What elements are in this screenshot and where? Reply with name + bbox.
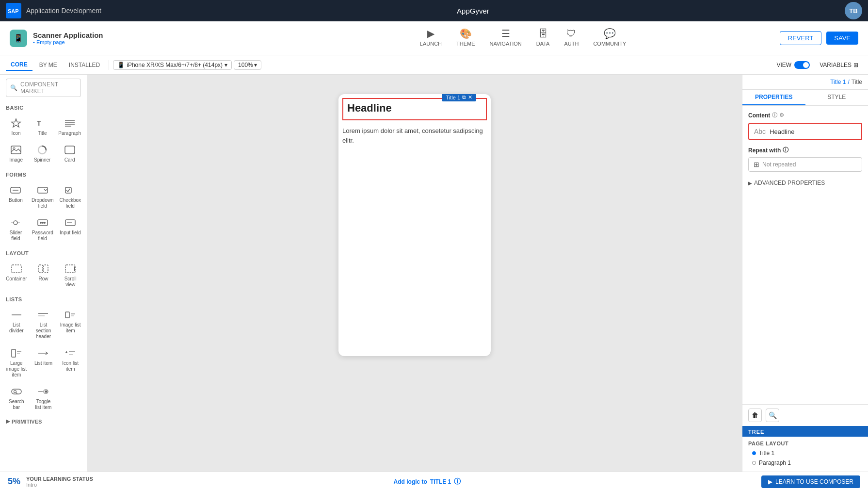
panel-content: Content ⓘ ⚙ Abc Headline Repeat with ⓘ ⊞… bbox=[742, 106, 868, 404]
content-settings-icon[interactable]: ⚙ bbox=[779, 112, 784, 118]
primitives-section[interactable]: ▶ PRIMITIVES bbox=[0, 415, 87, 427]
data-button[interactable]: 🗄 DATA bbox=[536, 28, 550, 47]
tab-style[interactable]: STYLE bbox=[805, 90, 868, 105]
tree-dot-title1 bbox=[752, 451, 756, 455]
component-container[interactable]: Container bbox=[4, 260, 29, 291]
revert-button[interactable]: REVERT bbox=[780, 31, 822, 45]
icon-list-label: Icon list item bbox=[60, 360, 81, 372]
component-icon-list[interactable]: Icon list item bbox=[58, 344, 83, 381]
navigation-button[interactable]: ☰ NAVIGATION bbox=[490, 28, 522, 47]
breadcrumb-separator: / bbox=[848, 79, 849, 85]
content-value-box[interactable]: Abc Headline bbox=[748, 123, 862, 140]
auth-button[interactable]: 🛡 AUTH bbox=[564, 28, 579, 47]
image-list-label: Image list item bbox=[60, 322, 81, 334]
component-title[interactable]: T Title bbox=[30, 115, 54, 139]
title-badge-label: Title 1 bbox=[446, 95, 460, 100]
list-item-icon bbox=[38, 347, 48, 359]
repeat-info-icon[interactable]: ⓘ bbox=[783, 146, 788, 154]
tab-core[interactable]: CORE bbox=[6, 59, 32, 71]
toggle-knob bbox=[803, 62, 809, 68]
component-input[interactable]: Input field bbox=[58, 214, 83, 245]
component-card[interactable]: Card bbox=[56, 141, 83, 166]
title-component-selected[interactable]: Title 1 ⧉ ✕ Headline bbox=[342, 98, 487, 120]
top-nav: SAP Application Development AppGyver TB bbox=[0, 0, 868, 21]
view-toggle[interactable]: VIEW bbox=[777, 61, 810, 69]
breadcrumb-parent[interactable]: Title 1 bbox=[830, 79, 846, 85]
community-label: COMMUNITY bbox=[593, 41, 626, 47]
search-action-button[interactable]: 🔍 bbox=[766, 409, 779, 422]
tab-properties[interactable]: PROPERTIES bbox=[742, 90, 805, 105]
component-large-image-list[interactable]: Large image list item bbox=[4, 344, 29, 381]
layout-section-label: LAYOUT bbox=[0, 246, 87, 258]
component-search-bar[interactable]: Search bar bbox=[4, 383, 29, 413]
input-component-label: Input field bbox=[60, 230, 80, 236]
main-layout: 🔍 COMPONENT MARKET BASIC Icon T Title bbox=[0, 75, 868, 472]
svg-rect-31 bbox=[65, 312, 69, 318]
copy-icon[interactable]: ⧉ bbox=[462, 94, 466, 100]
component-row[interactable]: Row bbox=[31, 260, 56, 291]
variables-button[interactable]: VARIABLES ⊞ bbox=[816, 61, 862, 69]
toggle-list-icon bbox=[38, 386, 48, 397]
launch-icon: ▶ bbox=[427, 28, 434, 39]
community-button[interactable]: 💬 COMMUNITY bbox=[593, 28, 626, 47]
main-toolbar: 📱 Scanner Application • Empty page ▶ LAU… bbox=[0, 21, 868, 55]
component-image-list[interactable]: Image list item bbox=[58, 306, 83, 343]
component-list-item[interactable]: List item bbox=[31, 344, 56, 381]
search-placeholder: COMPONENT MARKET bbox=[20, 81, 77, 95]
svg-point-16 bbox=[14, 221, 17, 225]
zoom-selector[interactable]: 100% ▾ bbox=[234, 60, 261, 70]
list-divider-icon bbox=[11, 309, 22, 321]
device-selector[interactable]: 📱 iPhone XR/XS Max/6+/7+/8+ (414px) ▾ bbox=[113, 60, 232, 70]
advanced-properties-section[interactable]: ▶ ADVANCED PROPERTIES bbox=[748, 178, 862, 188]
tab-installed[interactable]: INSTALLED bbox=[64, 60, 105, 70]
tree-item-paragraph1[interactable]: Paragraph 1 bbox=[748, 458, 862, 468]
component-spinner[interactable]: Spinner bbox=[30, 141, 54, 166]
save-button[interactable]: SAVE bbox=[826, 32, 858, 45]
component-toggle-list[interactable]: Toggle list item bbox=[31, 383, 56, 413]
close-icon[interactable]: ✕ bbox=[468, 94, 472, 100]
image-component-icon bbox=[11, 144, 21, 156]
title-badge[interactable]: Title 1 ⧉ ✕ bbox=[442, 94, 476, 101]
search-box[interactable]: 🔍 COMPONENT MARKET bbox=[6, 79, 81, 97]
toolbar-center: ▶ LAUNCH 🎨 THEME ☰ NAVIGATION 🗄 DATA 🛡 A… bbox=[266, 28, 780, 49]
repeat-title: Repeat with ⓘ bbox=[748, 146, 862, 154]
launch-button[interactable]: ▶ LAUNCH bbox=[420, 28, 442, 47]
add-logic-prefix: Add logic to bbox=[394, 478, 427, 485]
repeat-icon: ⊞ bbox=[754, 161, 759, 168]
large-image-list-icon bbox=[11, 347, 22, 359]
svg-rect-26 bbox=[65, 265, 75, 273]
add-logic-info-icon[interactable]: ⓘ bbox=[454, 477, 461, 486]
theme-button[interactable]: 🎨 THEME bbox=[456, 28, 475, 47]
tree-item-title1[interactable]: Title 1 bbox=[748, 448, 862, 458]
delete-action-button[interactable]: 🗑 bbox=[748, 409, 762, 422]
component-dropdown[interactable]: Dropdown field bbox=[30, 181, 56, 212]
component-slider[interactable]: Slider field bbox=[4, 214, 28, 245]
component-icon[interactable]: Icon bbox=[4, 115, 28, 139]
add-logic-target[interactable]: TITLE 1 bbox=[430, 478, 451, 485]
component-image[interactable]: Image bbox=[4, 141, 28, 166]
icon-component-icon bbox=[11, 117, 21, 129]
zoom-label: 100% bbox=[238, 62, 253, 68]
user-avatar[interactable]: TB bbox=[845, 2, 862, 19]
learn-btn[interactable]: ▶ LEARN TO USE COMPOSER bbox=[761, 475, 860, 488]
repeat-box[interactable]: ⊞ Not repeated bbox=[748, 157, 862, 172]
launch-label: LAUNCH bbox=[420, 41, 442, 47]
dropdown-component-label: Dropdown field bbox=[32, 197, 54, 209]
advanced-label: ADVANCED PROPERTIES bbox=[754, 180, 825, 186]
content-section-title: Content ⓘ ⚙ bbox=[748, 112, 862, 119]
component-password[interactable]: Password field bbox=[30, 214, 56, 245]
component-paragraph[interactable]: Paragraph bbox=[56, 115, 83, 139]
component-list-section[interactable]: List section header bbox=[31, 306, 56, 343]
forms-section-label: FORMS bbox=[0, 168, 87, 180]
component-checkbox[interactable]: Checkbox field bbox=[58, 181, 83, 212]
component-button[interactable]: Button bbox=[4, 181, 28, 212]
component-list-divider[interactable]: List divider bbox=[4, 306, 29, 343]
project-sub[interactable]: • Empty page bbox=[33, 39, 103, 45]
canvas-area[interactable]: Title 1 ⧉ ✕ Headline Lorem ipsum dolor s… bbox=[87, 75, 742, 472]
content-info-icon[interactable]: ⓘ bbox=[772, 112, 777, 119]
component-scroll[interactable]: Scroll view bbox=[58, 260, 83, 291]
toggle-switch[interactable] bbox=[794, 61, 810, 69]
repeat-placeholder: Not repeated bbox=[762, 161, 796, 168]
tab-by-me[interactable]: BY ME bbox=[34, 60, 62, 70]
breadcrumb[interactable]: Title 1 / Title bbox=[830, 79, 862, 85]
